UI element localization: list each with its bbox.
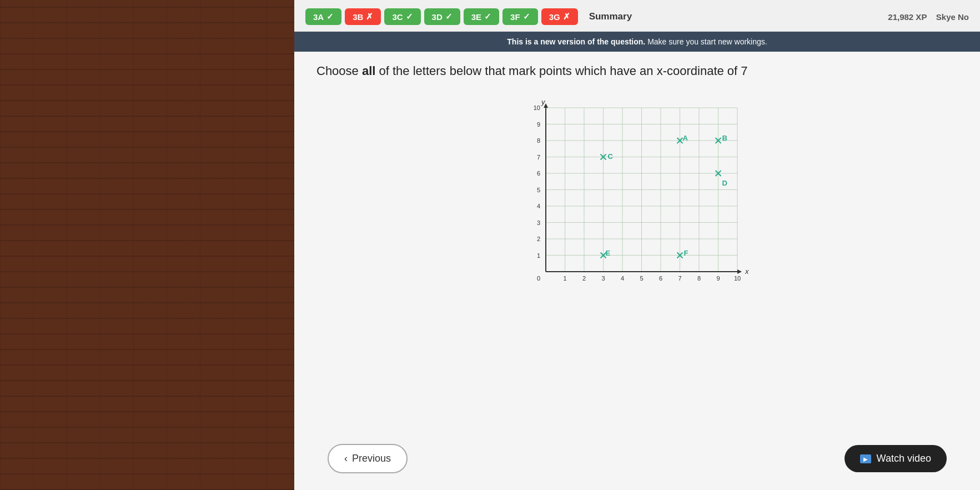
svg-text:F: F xyxy=(684,248,688,257)
tab-icon: ✗ xyxy=(563,12,570,22)
svg-text:5: 5 xyxy=(640,275,643,282)
tab-icon: ✗ xyxy=(366,12,373,22)
prev-label: Previous xyxy=(352,453,391,464)
banner-rest: Make sure you start new workings. xyxy=(647,37,767,46)
svg-text:x: x xyxy=(745,267,749,276)
tab-icon: ✓ xyxy=(484,12,491,22)
nav-tab-3c[interactable]: 3C ✓ xyxy=(384,8,420,25)
svg-text:E: E xyxy=(605,248,610,257)
svg-text:1: 1 xyxy=(536,252,540,258)
svg-text:A: A xyxy=(682,134,688,142)
tab-icon: ✓ xyxy=(406,12,413,22)
nav-tab-3d[interactable]: 3D ✓ xyxy=(424,8,460,25)
graph-container: 11223344556677889910100xyABCDEF xyxy=(521,97,754,293)
question-prefix: Choose xyxy=(316,64,362,78)
svg-text:2: 2 xyxy=(582,275,585,282)
nav-tab-3b[interactable]: 3B ✗ xyxy=(345,8,381,25)
svg-text:D: D xyxy=(722,179,727,187)
svg-text:10: 10 xyxy=(733,275,740,282)
top-nav: 3A ✓3B ✗3C ✓3D ✓3E ✓3F ✓3G ✗Summary 21,9… xyxy=(294,0,980,32)
svg-marker-47 xyxy=(737,269,742,274)
tab-label: 3E xyxy=(471,12,481,22)
nav-tab-3e[interactable]: 3E ✓ xyxy=(464,8,499,25)
tab-label: 3D xyxy=(432,12,443,22)
video-icon xyxy=(860,454,871,463)
left-panel xyxy=(0,0,294,490)
tab-label: 3A xyxy=(313,12,324,22)
svg-text:4: 4 xyxy=(620,275,624,282)
xp-display: 21,982 XP Skye No xyxy=(888,12,969,22)
svg-text:10: 10 xyxy=(533,104,540,111)
svg-text:C: C xyxy=(607,152,613,160)
svg-text:4: 4 xyxy=(536,203,540,209)
xp-amount: 21,982 XP xyxy=(888,12,927,22)
graph-area: 11223344556677889910100xyABCDEF xyxy=(294,91,980,433)
svg-text:6: 6 xyxy=(659,275,662,282)
svg-text:B: B xyxy=(722,134,727,142)
svg-text:1: 1 xyxy=(563,275,566,282)
tab-icon: ✓ xyxy=(523,12,530,22)
svg-text:5: 5 xyxy=(536,186,540,193)
svg-text:9: 9 xyxy=(716,275,720,282)
svg-text:8: 8 xyxy=(697,275,700,282)
question-banner: This is a new version of the question. M… xyxy=(294,32,980,52)
svg-text:9: 9 xyxy=(536,121,540,127)
svg-text:0: 0 xyxy=(536,275,540,282)
tab-icon: ✓ xyxy=(445,12,453,22)
tab-label: 3G xyxy=(549,12,560,22)
svg-text:7: 7 xyxy=(536,153,540,160)
prev-chevron-icon: ‹ xyxy=(344,453,348,464)
svg-text:8: 8 xyxy=(536,137,540,144)
nav-tabs: 3A ✓3B ✗3C ✓3D ✓3E ✓3F ✓3G ✗Summary xyxy=(305,8,640,26)
nav-tab-summary[interactable]: Summary xyxy=(581,8,640,26)
previous-button[interactable]: ‹ Previous xyxy=(328,444,408,473)
svg-text:3: 3 xyxy=(536,219,540,226)
question-suffix: of the letters below that mark points wh… xyxy=(375,64,747,78)
svg-text:7: 7 xyxy=(678,275,681,282)
svg-text:6: 6 xyxy=(536,170,540,177)
username: Skye No xyxy=(936,12,969,22)
nav-tab-3g[interactable]: 3G ✗ xyxy=(541,8,578,25)
banner-bold: This is a new version of the question. xyxy=(507,37,645,46)
svg-text:3: 3 xyxy=(601,275,605,282)
nav-tab-3f[interactable]: 3F ✓ xyxy=(502,8,538,25)
tab-label: 3B xyxy=(353,12,363,22)
watch-video-label: Watch video xyxy=(877,453,931,464)
watch-video-button[interactable]: Watch video xyxy=(845,445,947,472)
nav-tab-3a[interactable]: 3A ✓ xyxy=(305,8,341,25)
svg-text:2: 2 xyxy=(536,236,540,242)
question-bold: all xyxy=(362,64,375,78)
tab-icon: ✓ xyxy=(326,12,334,22)
tab-label: 3C xyxy=(392,12,403,22)
coordinate-graph: 11223344556677889910100xyABCDEF xyxy=(521,97,754,291)
question-body: Choose all of the letters below that mar… xyxy=(294,52,980,91)
main-content: 3A ✓3B ✗3C ✓3D ✓3E ✓3F ✓3G ✗Summary 21,9… xyxy=(294,0,980,490)
bottom-controls: ‹ Previous Watch video xyxy=(294,433,980,490)
tab-label: 3F xyxy=(510,12,520,22)
